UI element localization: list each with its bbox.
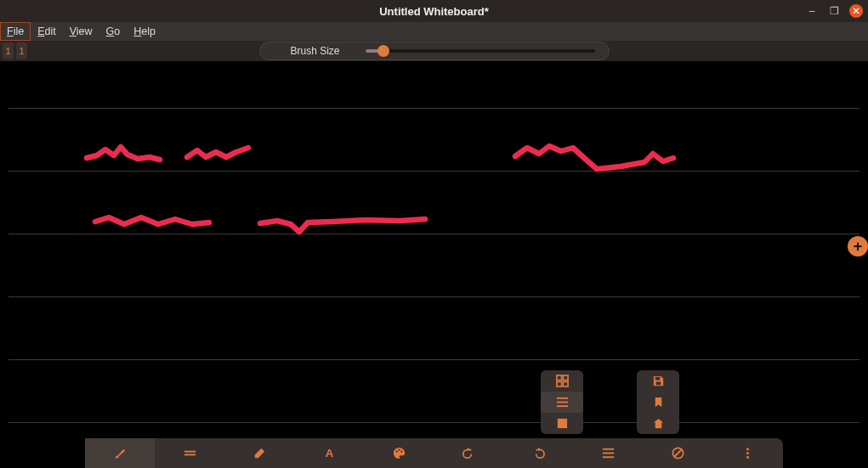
- svg-rect-7: [557, 419, 566, 428]
- palette-icon: [392, 446, 406, 460]
- svg-point-14: [398, 449, 400, 451]
- save-popover-button[interactable]: [637, 370, 679, 392]
- svg-rect-4: [556, 398, 567, 399]
- menubar: File Edit View Go Help: [0, 22, 868, 41]
- undo-button[interactable]: [434, 438, 503, 468]
- file-popover: [637, 370, 679, 434]
- brush-size-control: Brush Size: [258, 42, 609, 60]
- svg-rect-11: [184, 454, 196, 455]
- top-toolbar: 1 1 Brush Size: [0, 41, 868, 61]
- eraser-button[interactable]: [224, 438, 294, 468]
- svg-point-22: [746, 452, 749, 454]
- svg-point-23: [746, 456, 749, 459]
- maximize-button[interactable]: ❐: [827, 4, 841, 18]
- add-page-button[interactable]: +: [848, 236, 868, 257]
- svg-point-13: [395, 450, 397, 452]
- svg-point-15: [400, 450, 402, 452]
- svg-line-20: [675, 449, 683, 457]
- menu-go-label: Go: [106, 25, 121, 37]
- svg-rect-18: [603, 456, 614, 458]
- redo-icon: [531, 446, 546, 460]
- svg-text:A: A: [326, 447, 334, 460]
- brush-size-label: Brush Size: [290, 45, 339, 57]
- menu-view-label: View: [70, 25, 93, 37]
- home-popover-button[interactable]: [637, 413, 679, 434]
- line-weight-button[interactable]: [155, 438, 224, 468]
- menu-edit-label: Edit: [37, 25, 56, 37]
- more-vert-icon: [740, 446, 755, 460]
- svg-rect-16: [603, 448, 614, 450]
- svg-rect-5: [556, 402, 567, 403]
- brush-tool-button[interactable]: [85, 438, 155, 468]
- menu-view[interactable]: View: [63, 22, 99, 41]
- eraser-icon: [252, 446, 267, 460]
- text-icon: A: [322, 446, 337, 460]
- lines-icon: [601, 446, 616, 460]
- menu-help[interactable]: Help: [127, 22, 162, 41]
- bottom-toolbar: A: [85, 438, 783, 468]
- lines-view-button[interactable]: [541, 392, 583, 413]
- more-button[interactable]: [713, 438, 783, 468]
- menu-file[interactable]: File: [0, 22, 31, 41]
- blank-view-button[interactable]: [541, 413, 583, 434]
- drawn-strokes: [9, 61, 859, 452]
- menu-edit[interactable]: Edit: [31, 22, 63, 41]
- bookmark-popover-button[interactable]: [637, 392, 679, 413]
- grid-view-button[interactable]: [541, 370, 583, 392]
- block-icon: [671, 446, 685, 460]
- svg-rect-0: [556, 375, 561, 381]
- page-indicator-1[interactable]: 1: [3, 42, 14, 59]
- minimize-button[interactable]: –: [805, 4, 819, 18]
- menu-go[interactable]: Go: [99, 22, 128, 41]
- text-tool-button[interactable]: A: [294, 438, 364, 468]
- palette-button[interactable]: [364, 438, 434, 468]
- layout-button[interactable]: [574, 438, 644, 468]
- undo-icon: [462, 446, 476, 460]
- svg-rect-2: [556, 381, 561, 386]
- svg-point-21: [746, 448, 749, 450]
- svg-rect-1: [563, 375, 568, 381]
- brush-size-slider[interactable]: [366, 49, 595, 53]
- block-button[interactable]: [644, 438, 713, 468]
- close-button[interactable]: ✕: [849, 4, 863, 18]
- svg-rect-17: [603, 453, 614, 454]
- whiteboard-canvas[interactable]: [9, 61, 859, 438]
- slider-thumb[interactable]: [377, 45, 389, 57]
- titlebar: Untitled Whiteboard* – ❐ ✕: [0, 0, 868, 22]
- svg-rect-6: [556, 405, 567, 407]
- redo-button[interactable]: [504, 438, 574, 468]
- layout-popover: [541, 370, 583, 434]
- page-indicator-2[interactable]: 1: [16, 42, 27, 59]
- svg-rect-9: [655, 381, 661, 385]
- svg-rect-10: [184, 451, 196, 453]
- svg-rect-3: [563, 381, 568, 386]
- svg-rect-8: [655, 377, 660, 381]
- window-title: Untitled Whiteboard*: [0, 5, 868, 18]
- window-controls: – ❐ ✕: [805, 4, 863, 18]
- menu-help-label: Help: [133, 25, 156, 37]
- brush-icon: [113, 446, 128, 460]
- line-weight-icon: [183, 446, 197, 460]
